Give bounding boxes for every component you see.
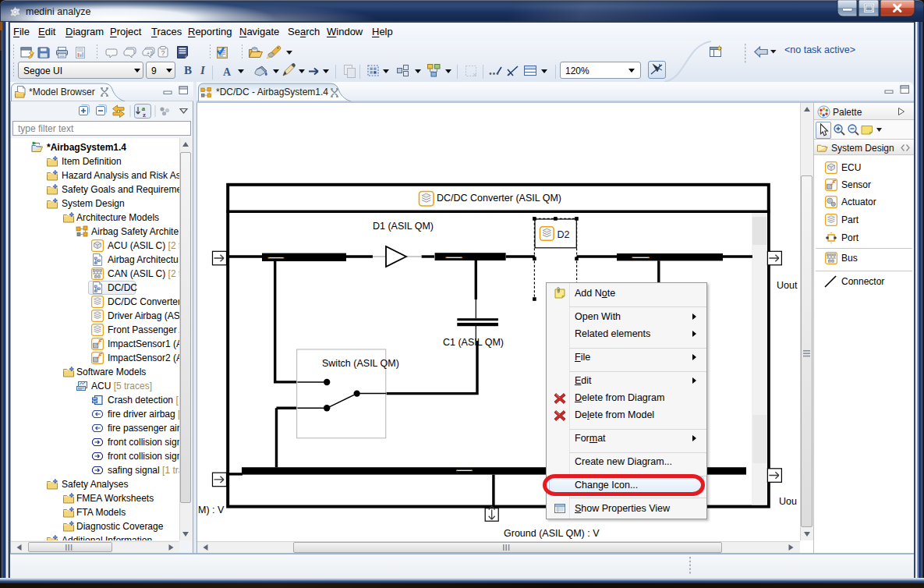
svg-text:D1 (ASIL QM): D1 (ASIL QM) [373,221,434,232]
svg-text:C1 (ASIL QM): C1 (ASIL QM) [443,337,504,348]
svg-text:Ground (ASIL QM) : V: Ground (ASIL QM) : V [504,528,600,539]
svg-text:A: A [223,66,232,78]
svg-text:Uout: Uout [777,280,798,291]
svg-text:DC/DC Converter (ASIL QM): DC/DC Converter (ASIL QM) [437,193,561,204]
svg-text:Switch (ASIL QM): Switch (ASIL QM) [322,358,399,369]
svg-text:+1: +1 [147,51,153,56]
svg-text:Uou: Uou [779,496,797,507]
svg-text:z: z [143,111,146,119]
svg-text:D2: D2 [558,229,570,240]
svg-text:M) : V: M) : V [198,505,225,515]
svg-text:?: ? [161,49,165,57]
